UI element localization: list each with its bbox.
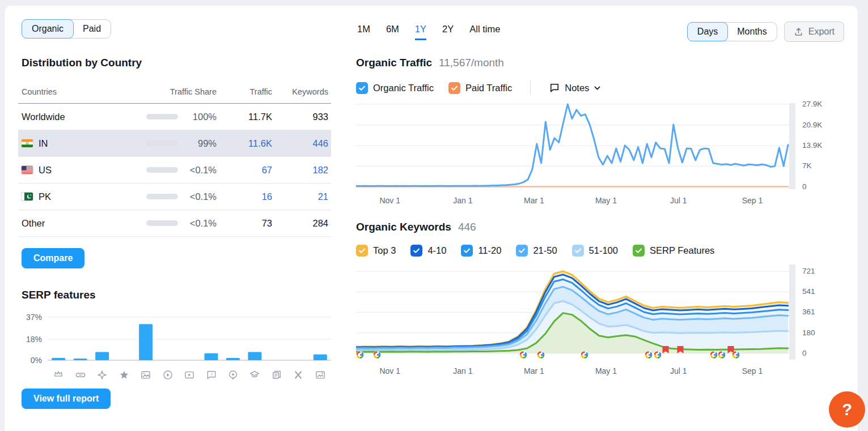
country-row[interactable]: IN99%11.6K446 <box>18 130 331 157</box>
legend-checkbox-top-3[interactable]: Top 3 <box>356 245 396 257</box>
instant-answer-icon <box>91 369 113 381</box>
traffic-legend: Organic TrafficPaid TrafficNotes <box>356 80 844 95</box>
col-keywords: Keywords <box>272 87 328 96</box>
google-update-marker[interactable] <box>653 351 662 359</box>
tab-all-time[interactable]: All time <box>469 24 500 40</box>
note-flag-marker[interactable] <box>662 345 669 354</box>
x-tick-label: Nov 1 <box>379 196 400 205</box>
country-name: Other <box>22 218 45 229</box>
keywords-value[interactable]: 182 <box>272 165 328 176</box>
legend-checkbox-organic-traffic[interactable]: Organic Traffic <box>356 82 434 94</box>
view-full-report-button[interactable]: View full report <box>22 389 111 409</box>
traffic-share-cell: <0.1% <box>121 218 217 229</box>
keywords-value: 284 <box>272 218 328 229</box>
traffic-value[interactable]: 11.6K <box>217 138 272 149</box>
organic-traffic-chart[interactable]: Nov 1Jan 1Mar 1May 1Jul 1Sep 1 <box>356 103 795 207</box>
legend-checkbox-4-10[interactable]: 4-10 <box>410 245 446 257</box>
date-range-tabs: 1M6M1Y2YAll time <box>357 24 500 40</box>
x-tick-label: Mar 1 <box>524 196 544 205</box>
keywords-legend: Top 34-1011-2021-5051-100SERP Features <box>356 245 844 257</box>
reviews-icon <box>113 369 134 381</box>
country-label: PK <box>22 191 121 202</box>
granularity-option-months[interactable]: Months <box>727 22 777 41</box>
featured-video-icon <box>179 369 200 381</box>
traffic-share-value: <0.1% <box>187 218 217 229</box>
traffic-share-cell: <0.1% <box>121 191 217 202</box>
legend-checkbox-paid-traffic[interactable]: Paid Traffic <box>448 82 512 94</box>
legend-checkbox-51-100[interactable]: 51-100 <box>572 245 618 257</box>
x-tick-label: Nov 1 <box>379 366 400 375</box>
note-flag-marker[interactable] <box>677 345 684 354</box>
notes-control[interactable]: Notes <box>549 82 601 93</box>
x-tick-label: May 1 <box>595 196 617 205</box>
checkbox-checked <box>410 245 422 257</box>
traffic-share-bar <box>146 140 178 146</box>
google-update-marker[interactable] <box>537 351 545 359</box>
traffic-value[interactable]: 67 <box>217 165 272 176</box>
compare-button[interactable]: Compare <box>22 248 84 268</box>
legend-checkbox-serp-features[interactable]: SERP Features <box>633 245 714 257</box>
svg-text:?: ? <box>210 372 212 377</box>
x-axis-labels: Nov 1Jan 1Mar 1May 1Jul 1Sep 1 <box>356 363 795 378</box>
granularity-option-days[interactable]: Days <box>687 22 728 41</box>
image-icon <box>310 369 331 381</box>
traffic-share-bar <box>146 220 178 226</box>
keywords-value: 933 <box>272 112 328 122</box>
x-tick-label: Mar 1 <box>524 366 544 375</box>
checkbox-checked <box>461 245 473 257</box>
legend-checkbox-11-20[interactable]: 11-20 <box>461 245 501 257</box>
in-flag-icon <box>22 139 33 147</box>
checkbox-checked <box>516 245 528 257</box>
x-tick-label: Jan 1 <box>453 196 472 205</box>
keywords-y-axis: 7215413611800 <box>795 264 844 378</box>
google-update-marker[interactable] <box>731 351 740 359</box>
traffic-share-cell: <0.1% <box>121 165 217 176</box>
traffic-value[interactable]: 16 <box>217 191 272 202</box>
legend-checkbox-21-50[interactable]: 21-50 <box>516 245 557 257</box>
traffic-value: 11.7K <box>217 112 272 122</box>
y-tick-label: 721 <box>802 267 815 275</box>
google-update-marker[interactable] <box>355 351 364 359</box>
export-button[interactable]: Export <box>784 22 844 42</box>
checkbox-checked <box>448 82 460 94</box>
country-label: Worldwide <box>22 112 121 122</box>
help-button[interactable]: ? <box>829 391 865 428</box>
traffic-share-value: <0.1% <box>187 191 217 202</box>
tab-1y[interactable]: 1Y <box>415 24 426 40</box>
google-update-marker[interactable] <box>373 351 382 359</box>
country-label: US <box>22 165 121 176</box>
country-row[interactable]: US<0.1%67182 <box>18 157 331 184</box>
google-update-marker[interactable] <box>581 351 589 359</box>
legend-label: SERP Features <box>650 245 714 256</box>
keywords-value[interactable]: 21 <box>272 191 328 202</box>
mode-option-organic[interactable]: Organic <box>22 19 74 39</box>
traffic-share-value: <0.1% <box>187 165 217 176</box>
organic-keywords-subtitle: 446 <box>458 221 476 233</box>
country-row[interactable]: Other<0.1%73284 <box>18 210 331 237</box>
google-update-marker[interactable] <box>519 351 527 359</box>
serp-features-chart[interactable]: 37%18%0% <box>18 310 331 365</box>
mode-option-paid[interactable]: Paid <box>73 19 111 39</box>
country-row[interactable]: PK<0.1%1621 <box>18 184 331 210</box>
days-months-toggle: DaysMonths <box>687 22 777 41</box>
google-update-marker[interactable] <box>644 351 653 359</box>
google-update-marker[interactable] <box>717 351 726 359</box>
report-card: OrganicPaid Distribution by Country Coun… <box>5 6 858 431</box>
traffic-share-bar <box>146 194 178 199</box>
country-row[interactable]: Worldwide100%11.7K933 <box>18 104 331 130</box>
tab-6m[interactable]: 6M <box>386 24 399 40</box>
organic-keywords-title: Organic Keywords <box>356 221 451 233</box>
organic-keywords-chart[interactable]: Nov 1Jan 1Mar 1May 1Jul 1Sep 1 <box>356 264 795 378</box>
organic-traffic-title: Organic Traffic <box>356 57 432 69</box>
tab-2y[interactable]: 2Y <box>442 24 454 40</box>
top-stories-icon <box>266 369 287 381</box>
keywords-value[interactable]: 446 <box>272 138 328 149</box>
tab-1m[interactable]: 1M <box>357 24 370 40</box>
country-table-header: CountriesTraffic ShareTrafficKeywords <box>18 80 331 104</box>
country-name: US <box>39 165 52 176</box>
traffic-share-cell: 99% <box>121 138 217 149</box>
x-tick-label: Sep 1 <box>742 366 763 375</box>
x-tick-label: Jan 1 <box>453 366 472 375</box>
chevron-down-icon <box>594 84 601 92</box>
col-traffic: Traffic <box>217 87 272 96</box>
